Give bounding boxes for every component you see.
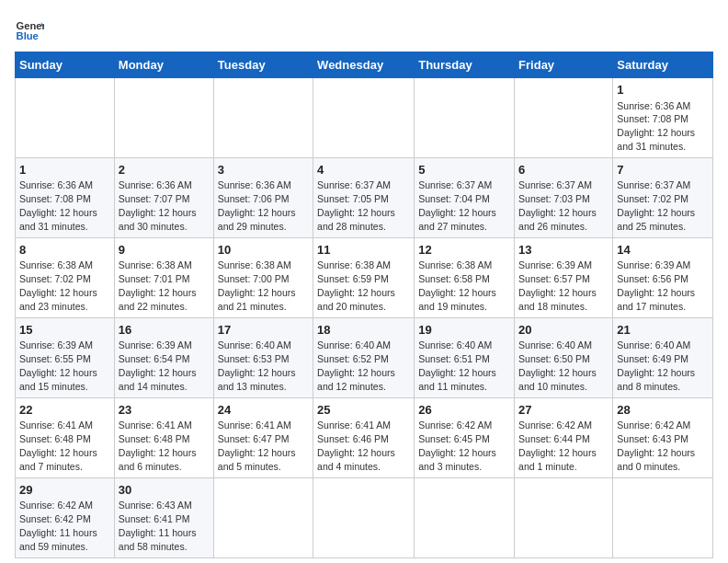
day-number: 14: [617, 242, 709, 259]
day-details: Sunrise: 6:36 AMSunset: 7:08 PMDaylight:…: [19, 179, 97, 232]
day-number: 9: [119, 242, 210, 259]
day-details: Sunrise: 6:38 AMSunset: 7:01 PMDaylight:…: [119, 259, 197, 312]
calendar-header-row: SundayMondayTuesdayWednesdayThursdayFrid…: [16, 52, 713, 78]
calendar-cell: 28 Sunrise: 6:42 AMSunset: 6:43 PMDaylig…: [613, 397, 713, 477]
day-number: 13: [518, 242, 609, 259]
day-number: 25: [317, 402, 410, 419]
calendar-cell: 11 Sunrise: 6:38 AMSunset: 6:59 PMDaylig…: [313, 237, 415, 317]
main-container: General Blue SundayMondayTuesdayWednesda…: [0, 0, 728, 563]
day-details: Sunrise: 6:42 AMSunset: 6:44 PMDaylight:…: [518, 419, 597, 472]
day-details: Sunrise: 6:37 AMSunset: 7:05 PMDaylight:…: [317, 179, 395, 232]
day-number: 16: [119, 322, 210, 339]
day-number: 17: [218, 322, 309, 339]
day-details: Sunrise: 6:40 AMSunset: 6:52 PMDaylight:…: [317, 339, 395, 392]
calendar-cell: 2 Sunrise: 6:36 AMSunset: 7:07 PMDayligh…: [114, 157, 213, 237]
calendar-cell: 24 Sunrise: 6:41 AMSunset: 6:47 PMDaylig…: [213, 397, 313, 477]
logo-icon: General Blue: [15, 15, 44, 44]
day-details: Sunrise: 6:38 AMSunset: 6:58 PMDaylight:…: [418, 259, 496, 312]
day-number: 23: [119, 402, 210, 419]
day-details: Sunrise: 6:41 AMSunset: 6:47 PMDaylight:…: [218, 419, 296, 472]
calendar-cell: 10 Sunrise: 6:38 AMSunset: 7:00 PMDaylig…: [213, 237, 313, 317]
calendar-cell: [16, 78, 115, 158]
calendar-cell: 1 Sunrise: 6:36 AMSunset: 7:08 PMDayligh…: [16, 157, 115, 237]
calendar-cell: 13 Sunrise: 6:39 AMSunset: 6:57 PMDaylig…: [515, 237, 613, 317]
day-details: Sunrise: 6:36 AMSunset: 7:08 PMDaylight:…: [617, 100, 695, 153]
day-number: 18: [317, 322, 410, 339]
day-number: 15: [19, 322, 110, 339]
day-details: Sunrise: 6:39 AMSunset: 6:55 PMDaylight:…: [19, 339, 97, 392]
calendar-week-6: 29 Sunrise: 6:42 AMSunset: 6:42 PMDaylig…: [16, 477, 713, 557]
calendar-cell: 26 Sunrise: 6:42 AMSunset: 6:45 PMDaylig…: [415, 397, 515, 477]
calendar-table: SundayMondayTuesdayWednesdayThursdayFrid…: [15, 52, 713, 558]
calendar-cell: 5 Sunrise: 6:37 AMSunset: 7:04 PMDayligh…: [415, 157, 515, 237]
calendar-cell: 4 Sunrise: 6:37 AMSunset: 7:05 PMDayligh…: [313, 157, 415, 237]
calendar-cell: 15 Sunrise: 6:39 AMSunset: 6:55 PMDaylig…: [16, 317, 115, 397]
calendar-cell: 22 Sunrise: 6:41 AMSunset: 6:48 PMDaylig…: [16, 397, 115, 477]
calendar-cell: [213, 477, 313, 557]
calendar-cell: 20 Sunrise: 6:40 AMSunset: 6:50 PMDaylig…: [515, 317, 613, 397]
calendar-cell: [415, 78, 515, 158]
calendar-header-saturday: Saturday: [613, 52, 713, 78]
day-details: Sunrise: 6:39 AMSunset: 6:56 PMDaylight:…: [617, 259, 695, 312]
calendar-cell: [515, 477, 613, 557]
day-number: 8: [19, 242, 110, 259]
day-details: Sunrise: 6:42 AMSunset: 6:43 PMDaylight:…: [617, 419, 695, 472]
day-number: 12: [418, 242, 510, 259]
day-details: Sunrise: 6:42 AMSunset: 6:45 PMDaylight:…: [418, 419, 496, 472]
day-details: Sunrise: 6:41 AMSunset: 6:46 PMDaylight:…: [317, 419, 395, 472]
day-number: 1: [617, 82, 709, 98]
calendar-week-5: 22 Sunrise: 6:41 AMSunset: 6:48 PMDaylig…: [16, 397, 713, 477]
day-number: 28: [617, 402, 709, 419]
day-details: Sunrise: 6:38 AMSunset: 7:00 PMDaylight:…: [218, 259, 296, 312]
calendar-cell: [613, 477, 713, 557]
calendar-cell: [213, 78, 313, 158]
day-details: Sunrise: 6:40 AMSunset: 6:50 PMDaylight:…: [518, 339, 597, 392]
day-number: 20: [518, 322, 609, 339]
svg-text:General: General: [17, 20, 44, 31]
day-details: Sunrise: 6:37 AMSunset: 7:02 PMDaylight:…: [617, 179, 695, 232]
calendar-cell: 14 Sunrise: 6:39 AMSunset: 6:56 PMDaylig…: [613, 237, 713, 317]
svg-text:Blue: Blue: [17, 30, 39, 41]
logo: General Blue: [15, 15, 48, 44]
day-number: 27: [518, 402, 609, 419]
calendar-cell: 6 Sunrise: 6:37 AMSunset: 7:03 PMDayligh…: [515, 157, 613, 237]
day-number: 21: [617, 322, 709, 339]
day-details: Sunrise: 6:38 AMSunset: 6:59 PMDaylight:…: [317, 259, 395, 312]
calendar-cell: 1 Sunrise: 6:36 AMSunset: 7:08 PMDayligh…: [613, 78, 713, 158]
day-details: Sunrise: 6:39 AMSunset: 6:57 PMDaylight:…: [518, 259, 597, 312]
calendar-cell: [313, 477, 415, 557]
calendar-cell: 27 Sunrise: 6:42 AMSunset: 6:44 PMDaylig…: [515, 397, 613, 477]
day-number: 3: [218, 162, 309, 178]
calendar-cell: 30 Sunrise: 6:43 AMSunset: 6:41 PMDaylig…: [114, 477, 213, 557]
day-number: 5: [418, 162, 510, 178]
day-details: Sunrise: 6:39 AMSunset: 6:54 PMDaylight:…: [119, 339, 197, 392]
calendar-cell: 21 Sunrise: 6:40 AMSunset: 6:49 PMDaylig…: [613, 317, 713, 397]
calendar-header-wednesday: Wednesday: [313, 52, 415, 78]
day-details: Sunrise: 6:41 AMSunset: 6:48 PMDaylight:…: [19, 419, 97, 472]
day-number: 10: [218, 242, 309, 259]
calendar-cell: 3 Sunrise: 6:36 AMSunset: 7:06 PMDayligh…: [213, 157, 313, 237]
day-number: 26: [418, 402, 510, 419]
calendar-cell: 19 Sunrise: 6:40 AMSunset: 6:51 PMDaylig…: [415, 317, 515, 397]
day-number: 30: [119, 482, 210, 499]
calendar-week-4: 15 Sunrise: 6:39 AMSunset: 6:55 PMDaylig…: [16, 317, 713, 397]
day-details: Sunrise: 6:37 AMSunset: 7:04 PMDaylight:…: [418, 179, 496, 232]
day-details: Sunrise: 6:42 AMSunset: 6:42 PMDaylight:…: [19, 500, 97, 552]
calendar-header-monday: Monday: [114, 52, 213, 78]
calendar-cell: [415, 477, 515, 557]
calendar-cell: 17 Sunrise: 6:40 AMSunset: 6:53 PMDaylig…: [213, 317, 313, 397]
day-number: 22: [19, 402, 110, 419]
calendar-cell: 25 Sunrise: 6:41 AMSunset: 6:46 PMDaylig…: [313, 397, 415, 477]
calendar-cell: 7 Sunrise: 6:37 AMSunset: 7:02 PMDayligh…: [613, 157, 713, 237]
day-details: Sunrise: 6:40 AMSunset: 6:53 PMDaylight:…: [218, 339, 296, 392]
day-number: 29: [19, 482, 110, 499]
calendar-cell: 8 Sunrise: 6:38 AMSunset: 7:02 PMDayligh…: [16, 237, 115, 317]
day-number: 11: [317, 242, 410, 259]
day-details: Sunrise: 6:38 AMSunset: 7:02 PMDaylight:…: [19, 259, 97, 312]
calendar-cell: 18 Sunrise: 6:40 AMSunset: 6:52 PMDaylig…: [313, 317, 415, 397]
calendar-header-tuesday: Tuesday: [213, 52, 313, 78]
day-details: Sunrise: 6:36 AMSunset: 7:07 PMDaylight:…: [119, 179, 197, 232]
calendar-week-3: 8 Sunrise: 6:38 AMSunset: 7:02 PMDayligh…: [16, 237, 713, 317]
calendar-cell: 9 Sunrise: 6:38 AMSunset: 7:01 PMDayligh…: [114, 237, 213, 317]
day-number: 6: [518, 162, 609, 178]
